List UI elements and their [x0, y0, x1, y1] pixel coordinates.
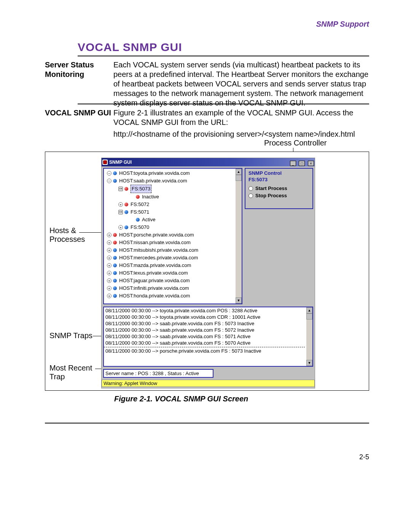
title-bar[interactable]: SNMP GUI _ □ ×	[102, 158, 315, 166]
status-blue-icon	[113, 171, 117, 175]
trap-log-pane[interactable]: 08/11/2000 00:30:00 --> toyota.private.v…	[103, 307, 313, 367]
tree-node[interactable]: HOST:mitsubishi.private.vovida.com	[105, 246, 240, 254]
app-icon	[102, 160, 108, 165]
tree-node[interactable]: Active	[105, 216, 240, 224]
tree-node[interactable]: HOST:lexus.private.vovida.com	[105, 269, 240, 277]
status-blue-icon	[113, 179, 117, 183]
horizontal-rule	[45, 423, 369, 423]
expand-icon[interactable]	[107, 233, 112, 237]
expand-icon[interactable]	[107, 286, 112, 291]
scroll-down-button[interactable]: ▼	[306, 360, 312, 366]
annotation-most-recent-trap: Most Recent Trap	[49, 364, 99, 381]
collapse-icon[interactable]	[107, 171, 112, 176]
trap-log-entry: 08/11/2000 00:30:00 --> porsche.private.…	[104, 347, 305, 354]
status-blue-icon	[124, 225, 128, 229]
tree-node-label: HOST:jaguar.private.vovida.com	[119, 277, 190, 284]
annotation-snmp-traps: SNMP Traps	[49, 331, 92, 340]
tree-node[interactable]: HOST:infiniti.private.vovida.com	[105, 284, 240, 292]
host-tree-pane[interactable]: HOST:toyota.private.vovida.comHOST:saab.…	[103, 168, 242, 304]
status-blue-icon	[113, 271, 117, 275]
tree-node[interactable]: HOST:mercedes.private.vovida.com	[105, 254, 240, 262]
maximize-button[interactable]: □	[299, 161, 305, 166]
minimize-button[interactable]: _	[290, 161, 296, 166]
status-blue-icon	[113, 279, 117, 283]
expand-icon[interactable]	[107, 263, 112, 268]
status-blue-icon	[113, 256, 117, 260]
tree-node[interactable]: HOST:toyota.private.vovida.com	[105, 169, 240, 177]
status-red-icon	[113, 241, 117, 244]
log-scrollbar[interactable]: ▲ ▼	[306, 307, 312, 366]
tree-node-label: HOST:honda.private.vovida.com	[119, 292, 190, 300]
scroll-up-button[interactable]: ▲	[306, 307, 312, 313]
status-line: Server name : POS : 3288 , Status : Acti…	[103, 369, 213, 378]
page-header: SNMP Support	[316, 20, 369, 29]
tree-node[interactable]: HOST:porsche.private.vovida.com	[105, 231, 240, 239]
expand-icon[interactable]	[107, 294, 112, 298]
scroll-thumb[interactable]	[306, 313, 312, 320]
tree-node-label: FS:5070	[131, 224, 149, 231]
expand-icon[interactable]	[118, 225, 123, 230]
status-blue-icon	[113, 286, 117, 290]
start-process-option[interactable]: Start Process	[245, 185, 312, 192]
node-icon[interactable]	[118, 187, 123, 191]
tree-node[interactable]: HOST:honda.private.vovida.com	[105, 292, 240, 300]
tree-node-label: HOST:lexus.private.vovida.com	[119, 269, 188, 277]
horizontal-rule	[78, 56, 369, 56]
leader-line	[95, 369, 101, 369]
page-number: 2-5	[359, 453, 369, 461]
section-label-server-status: Server Status Monitoring	[45, 60, 113, 108]
trap-log-entry: 08/11/2000 00:30:00 --> toyota.private.v…	[104, 307, 305, 314]
snmp-control-panel: SNMP Control FS:5073 Start Process Stop …	[245, 168, 313, 209]
expand-icon[interactable]	[107, 248, 112, 252]
tree-node-label: HOST:mazda.private.vovida.com	[119, 262, 191, 269]
expand-icon[interactable]	[107, 256, 112, 260]
tree-node-label: FS:5073	[131, 185, 151, 193]
scroll-thumb[interactable]	[236, 175, 242, 181]
tree-node[interactable]: Inactive	[105, 193, 240, 201]
applet-warning-bar: Warning: Applet Window	[102, 380, 315, 387]
section-body-url: http://<hostname of the provisioning ser…	[113, 129, 369, 139]
tree-node-selected[interactable]: FS:5073	[105, 185, 240, 193]
tree-node-label: Inactive	[142, 193, 159, 201]
tree-node-label: HOST:saab.private.vovida.com	[119, 177, 187, 185]
stop-process-option[interactable]: Stop Process	[245, 192, 312, 199]
leader-line	[93, 336, 101, 336]
tree-node[interactable]: FS:5072	[105, 201, 240, 208]
leader-line	[79, 232, 101, 233]
section-body-line1: Figure 2-1 illustrates an example of the…	[113, 108, 369, 127]
tree-scrollbar[interactable]: ▲ ▼	[236, 169, 242, 304]
radio-icon	[249, 186, 253, 191]
close-button[interactable]: ×	[308, 161, 314, 166]
expand-icon[interactable]	[107, 271, 112, 275]
tree-node[interactable]: HOST:nissan.private.vovida.com	[105, 239, 240, 246]
tree-node[interactable]: HOST:mazda.private.vovida.com	[105, 262, 240, 269]
scroll-down-button[interactable]: ▼	[236, 297, 242, 304]
status-blue-icon	[113, 264, 117, 267]
status-blue-icon	[113, 294, 117, 298]
start-process-label: Start Process	[255, 185, 287, 191]
tree-node-label: HOST:porsche.private.vovida.com	[119, 231, 194, 239]
collapse-icon[interactable]	[107, 179, 112, 183]
tree-node[interactable]: HOST:saab.private.vovida.com	[105, 177, 240, 185]
trap-log-entry: 08/11/2000 00:30:00 --> toyota.private.v…	[104, 314, 305, 320]
trap-log-entry: 08/11/2000 00:30:00 --> saab.private.vov…	[104, 333, 305, 340]
section-body-server-status: Each VOCAL system server sends (via mult…	[113, 60, 369, 108]
annotation-hosts-processes: Hosts & Processes	[49, 226, 99, 244]
tree-node[interactable]: FS:5071	[105, 208, 240, 216]
status-blue-icon	[124, 210, 128, 214]
expand-icon[interactable]	[118, 202, 123, 207]
radio-icon	[249, 193, 253, 198]
status-red-icon	[124, 187, 128, 191]
status-red-icon	[124, 203, 128, 206]
tree-node-label: HOST:mercedes.private.vovida.com	[119, 254, 198, 262]
scroll-up-button[interactable]: ▲	[236, 169, 242, 175]
tree-node-label: FS:5072	[131, 201, 149, 208]
tree-node[interactable]: FS:5070	[105, 224, 240, 231]
node-icon[interactable]	[118, 210, 123, 214]
tree-node-label: HOST:infiniti.private.vovida.com	[119, 284, 189, 292]
page-title: VOCAL SNMP GUI	[78, 41, 182, 54]
expand-icon[interactable]	[107, 278, 112, 283]
tree-node[interactable]: HOST:jaguar.private.vovida.com	[105, 277, 240, 284]
control-title: SNMP Control	[245, 169, 312, 177]
expand-icon[interactable]	[107, 240, 112, 245]
